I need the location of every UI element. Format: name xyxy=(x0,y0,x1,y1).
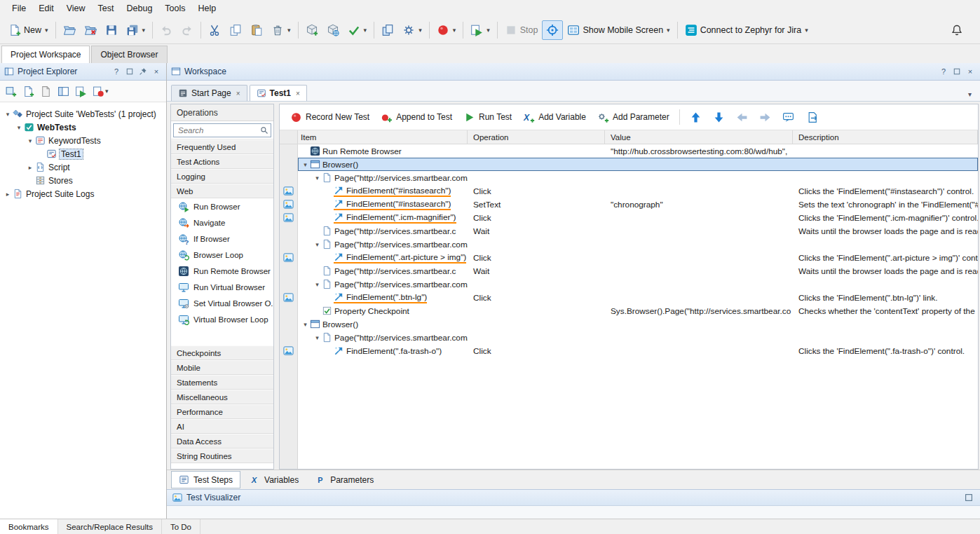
column-header-value[interactable]: Value xyxy=(605,130,793,144)
run-button[interactable]: ▾ xyxy=(466,20,494,40)
tree-item-project-suite-logs[interactable]: ▸Project Suite Logs xyxy=(0,187,166,200)
tree-chevron[interactable]: ▾ xyxy=(14,124,24,131)
zephyr-connect-button[interactable]: Connect to Zephyr for Jira▾ xyxy=(681,20,812,40)
menu-tools[interactable]: Tools xyxy=(158,1,191,16)
status-tab-search-replace-results[interactable]: Search/Replace Results xyxy=(58,519,162,534)
undo-button[interactable] xyxy=(156,20,177,40)
operations-group-logging[interactable]: Logging xyxy=(171,169,273,184)
add-item-button[interactable] xyxy=(3,83,19,100)
record-new-test-button[interactable]: Record New Test xyxy=(285,108,374,127)
test-step-row[interactable]: ▾Page("http://services.smartbear.com/sam… xyxy=(280,171,978,184)
record-test-button[interactable]: ▾ xyxy=(433,20,461,40)
menu-help[interactable]: Help xyxy=(192,1,223,16)
paste-button[interactable] xyxy=(246,20,267,40)
operations-group-ai[interactable]: AI xyxy=(171,419,273,434)
operations-group-checkpoints[interactable]: Checkpoints xyxy=(171,345,273,360)
test-step-row[interactable]: ▾Browser() xyxy=(280,317,978,331)
export-test-button[interactable] xyxy=(802,108,824,127)
visualizer-cell[interactable] xyxy=(280,344,298,357)
object-browser-button[interactable] xyxy=(55,83,72,100)
copy-button[interactable] xyxy=(225,20,246,40)
compare-files-button[interactable] xyxy=(377,20,398,40)
operation-set-virtual-browser-o[interactable]: Set Virtual Browser O... xyxy=(171,295,273,311)
move-down-button[interactable] xyxy=(708,108,730,127)
tab-close-icon[interactable]: × xyxy=(236,90,240,97)
point-and-fix-button[interactable] xyxy=(542,20,563,40)
tree-chevron[interactable]: ▾ xyxy=(3,111,13,118)
menu-edit[interactable]: Edit xyxy=(32,1,60,16)
visualizer-cell[interactable] xyxy=(280,291,298,304)
operation-if-browser[interactable]: ?If Browser xyxy=(171,231,273,247)
test-step-row[interactable]: Run Remote Browser"http://hub.crossbrows… xyxy=(280,144,978,158)
operations-group-test-actions[interactable]: Test Actions xyxy=(171,154,273,169)
close-button[interactable]: × xyxy=(151,66,162,77)
tree-chevron[interactable]: ▸ xyxy=(3,191,13,198)
menu-view[interactable]: View xyxy=(60,1,92,16)
tree-item-webtests[interactable]: ▾WebTests xyxy=(0,121,166,134)
step-expand-chevron[interactable]: ▾ xyxy=(313,281,322,288)
tree-chevron[interactable]: ▾ xyxy=(25,137,35,144)
step-expand-chevron[interactable]: ▾ xyxy=(301,161,310,168)
new-item-button[interactable] xyxy=(20,83,36,100)
operation-navigate[interactable]: Navigate xyxy=(171,214,273,231)
column-header-item[interactable]: Item xyxy=(298,130,468,144)
tree-item-test1[interactable]: Test1 xyxy=(0,147,166,160)
options-button[interactable]: ▾ xyxy=(398,20,426,40)
operation-browser-loop[interactable]: Browser Loop xyxy=(171,247,273,263)
step-expand-chevron[interactable]: ▾ xyxy=(313,334,322,341)
test-step-row[interactable]: FindElement(".icm-magnifier")ClickClicks… xyxy=(280,211,978,224)
test-step-row[interactable]: ▾Page("http://services.smartbear.com/sam… xyxy=(280,238,978,251)
operations-group-mobile[interactable]: Mobile xyxy=(171,360,273,375)
visualizer-cell[interactable] xyxy=(280,251,298,264)
stop-button[interactable]: Stop xyxy=(501,20,543,40)
operations-group-string-routines[interactable]: String Routines xyxy=(171,449,273,463)
operations-group-web[interactable]: Web xyxy=(171,184,273,198)
test-step-row[interactable]: ▾Page("http://services.smartbear.com/sam… xyxy=(280,278,978,291)
tab-project-workspace[interactable]: Project Workspace xyxy=(1,46,90,63)
test-step-row[interactable]: FindElement(".art-picture > img")ClickCl… xyxy=(280,251,978,264)
notifications-button[interactable] xyxy=(946,20,967,40)
test-step-row[interactable]: ▾Browser() xyxy=(280,158,978,171)
search-input[interactable] xyxy=(173,123,271,137)
menu-test[interactable]: Test xyxy=(92,1,121,16)
test-step-row[interactable]: Property CheckpointSys.Browser().Page("h… xyxy=(280,304,978,317)
editor-tab-start-page[interactable]: Start Page× xyxy=(171,85,247,101)
redo-button[interactable] xyxy=(177,20,198,40)
tab-variables[interactable]: XVariables xyxy=(242,471,306,488)
test-step-row[interactable]: FindElement("#instasearch")ClickClicks t… xyxy=(280,184,978,198)
tree-chevron[interactable]: ▸ xyxy=(25,164,35,171)
tab-close-icon[interactable]: × xyxy=(296,90,300,97)
run-with-recording-button[interactable]: ▾ xyxy=(90,83,111,100)
tab-object-browser[interactable]: Object Browser xyxy=(91,46,167,63)
move-left-button[interactable] xyxy=(731,108,753,127)
run-test-button[interactable]: Run Test xyxy=(458,108,517,127)
menu-debug[interactable]: Debug xyxy=(121,1,159,16)
move-right-button[interactable] xyxy=(754,108,776,127)
add-parameter-button[interactable]: Add Parameter xyxy=(592,108,674,127)
tab-parameters[interactable]: PParameters xyxy=(308,471,381,488)
show-mobile-screen-button[interactable]: Show Mobile Screen▾ xyxy=(563,20,674,40)
help-button[interactable]: ? xyxy=(111,66,122,77)
test-step-row[interactable]: Page("http://services.smartbear.cWaitWai… xyxy=(280,224,978,238)
operations-group-frequently-used[interactable]: Frequently Used xyxy=(171,139,273,154)
status-tab-bookmarks[interactable]: Bookmarks xyxy=(0,519,58,534)
pin-button[interactable] xyxy=(137,66,149,77)
tab-test-steps[interactable]: Test Steps xyxy=(171,471,240,488)
tree-item-stores[interactable]: Stores xyxy=(0,174,166,187)
operation-run-virtual-browser[interactable]: Run Virtual Browser xyxy=(171,279,273,295)
move-up-button[interactable] xyxy=(685,108,707,127)
test-step-row[interactable]: FindElement(".btn-lg")ClickClicks the 'F… xyxy=(280,291,978,304)
help-button[interactable]: ? xyxy=(938,66,949,77)
add-variable-button[interactable]: XAdd Variable xyxy=(518,108,591,127)
close-button[interactable]: × xyxy=(965,66,976,77)
test-step-row[interactable]: FindElement("#instasearch")SetText"chron… xyxy=(280,198,978,211)
add-project-item-button[interactable] xyxy=(301,20,322,40)
append-to-test-button[interactable]: Append to Test xyxy=(376,108,457,127)
floatbox-button[interactable] xyxy=(124,66,135,77)
test-step-row[interactable]: Page("http://services.smartbear.cWaitWai… xyxy=(280,264,978,278)
cut-button[interactable] xyxy=(204,20,225,40)
operation-run-remote-browser[interactable]: Run Remote Browser xyxy=(171,263,273,279)
step-expand-chevron[interactable]: ▾ xyxy=(313,241,322,248)
add-comment-button[interactable] xyxy=(777,108,799,127)
tree-item-script[interactable]: ▸Script xyxy=(0,160,166,174)
